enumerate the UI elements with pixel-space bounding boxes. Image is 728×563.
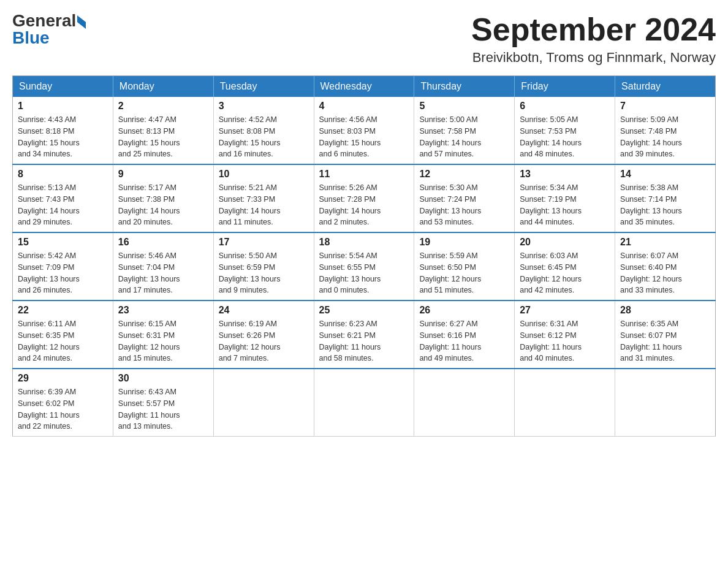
day-info: Sunrise: 6:07 AMSunset: 6:40 PMDaylight:… — [620, 250, 710, 296]
day-info: Sunrise: 5:50 AMSunset: 6:59 PMDaylight:… — [219, 250, 309, 296]
day-info: Sunrise: 6:35 AMSunset: 6:07 PMDaylight:… — [620, 318, 710, 364]
logo-blue-text: Blue — [12, 29, 50, 47]
day-info: Sunrise: 6:19 AMSunset: 6:26 PMDaylight:… — [219, 318, 309, 364]
day-info: Sunrise: 5:05 AMSunset: 7:53 PMDaylight:… — [520, 114, 610, 160]
header-tuesday: Tuesday — [213, 76, 314, 98]
day-info: Sunrise: 5:42 AMSunset: 7:09 PMDaylight:… — [18, 250, 108, 296]
header-friday: Friday — [515, 76, 615, 98]
calendar-week-row: 8Sunrise: 5:13 AMSunset: 7:43 PMDaylight… — [13, 164, 716, 232]
calendar-week-row: 22Sunrise: 6:11 AMSunset: 6:35 PMDayligh… — [13, 301, 716, 369]
table-row: 9Sunrise: 5:17 AMSunset: 7:38 PMDaylight… — [113, 164, 213, 232]
day-number: 23 — [118, 305, 208, 316]
table-row: 20Sunrise: 6:03 AMSunset: 6:45 PMDayligh… — [515, 232, 615, 301]
day-info: Sunrise: 5:34 AMSunset: 7:19 PMDaylight:… — [520, 182, 610, 228]
table-row: 17Sunrise: 5:50 AMSunset: 6:59 PMDayligh… — [213, 232, 314, 301]
table-row — [615, 369, 716, 437]
day-info: Sunrise: 6:39 AMSunset: 6:02 PMDaylight:… — [18, 386, 108, 432]
day-info: Sunrise: 4:47 AMSunset: 8:13 PMDaylight:… — [118, 114, 208, 160]
day-number: 9 — [118, 169, 208, 180]
day-number: 15 — [18, 237, 108, 248]
table-row: 19Sunrise: 5:59 AMSunset: 6:50 PMDayligh… — [414, 232, 515, 301]
header-monday: Monday — [113, 76, 213, 98]
table-row: 2Sunrise: 4:47 AMSunset: 8:13 PMDaylight… — [113, 97, 213, 164]
table-row — [314, 369, 414, 437]
day-number: 29 — [18, 373, 108, 384]
table-row: 14Sunrise: 5:38 AMSunset: 7:14 PMDayligh… — [615, 164, 716, 232]
day-number: 16 — [118, 237, 208, 248]
table-row: 1Sunrise: 4:43 AMSunset: 8:18 PMDaylight… — [13, 97, 113, 164]
title-area: September 2024 Breivikbotn, Troms og Fin… — [471, 12, 716, 66]
day-number: 26 — [419, 305, 509, 316]
day-info: Sunrise: 6:43 AMSunset: 5:57 PMDaylight:… — [118, 386, 208, 432]
table-row: 12Sunrise: 5:30 AMSunset: 7:24 PMDayligh… — [414, 164, 515, 232]
day-number: 13 — [520, 169, 610, 180]
day-info: Sunrise: 6:15 AMSunset: 6:31 PMDaylight:… — [118, 318, 208, 364]
logo: General Blue — [12, 12, 86, 47]
day-info: Sunrise: 5:59 AMSunset: 6:50 PMDaylight:… — [419, 250, 509, 296]
day-number: 14 — [620, 169, 710, 180]
day-number: 10 — [219, 169, 309, 180]
header-thursday: Thursday — [414, 76, 515, 98]
page-header: General Blue September 2024 Breivikbotn,… — [12, 12, 716, 66]
day-info: Sunrise: 6:31 AMSunset: 6:12 PMDaylight:… — [520, 318, 610, 364]
calendar-week-row: 29Sunrise: 6:39 AMSunset: 6:02 PMDayligh… — [13, 369, 716, 437]
day-info: Sunrise: 4:52 AMSunset: 8:08 PMDaylight:… — [219, 114, 309, 160]
location-subtitle: Breivikbotn, Troms og Finnmark, Norway — [471, 50, 716, 66]
table-row: 21Sunrise: 6:07 AMSunset: 6:40 PMDayligh… — [615, 232, 716, 301]
header-sunday: Sunday — [13, 76, 113, 98]
day-number: 17 — [219, 237, 309, 248]
day-info: Sunrise: 5:21 AMSunset: 7:33 PMDaylight:… — [219, 182, 309, 228]
day-number: 28 — [620, 305, 710, 316]
day-info: Sunrise: 5:38 AMSunset: 7:14 PMDaylight:… — [620, 182, 710, 228]
day-number: 7 — [620, 101, 710, 112]
table-row: 28Sunrise: 6:35 AMSunset: 6:07 PMDayligh… — [615, 301, 716, 369]
table-row: 16Sunrise: 5:46 AMSunset: 7:04 PMDayligh… — [113, 232, 213, 301]
table-row: 30Sunrise: 6:43 AMSunset: 5:57 PMDayligh… — [113, 369, 213, 437]
header-wednesday: Wednesday — [314, 76, 414, 98]
day-number: 12 — [419, 169, 509, 180]
table-row: 3Sunrise: 4:52 AMSunset: 8:08 PMDaylight… — [213, 97, 314, 164]
day-info: Sunrise: 6:03 AMSunset: 6:45 PMDaylight:… — [520, 250, 610, 296]
day-info: Sunrise: 4:56 AMSunset: 8:03 PMDaylight:… — [319, 114, 409, 160]
day-info: Sunrise: 5:13 AMSunset: 7:43 PMDaylight:… — [18, 182, 108, 228]
day-info: Sunrise: 5:46 AMSunset: 7:04 PMDaylight:… — [118, 250, 208, 296]
header-saturday: Saturday — [615, 76, 716, 98]
day-number: 11 — [319, 169, 409, 180]
table-row: 24Sunrise: 6:19 AMSunset: 6:26 PMDayligh… — [213, 301, 314, 369]
day-number: 8 — [18, 169, 108, 180]
table-row: 11Sunrise: 5:26 AMSunset: 7:28 PMDayligh… — [314, 164, 414, 232]
logo-general-text: General — [12, 12, 76, 29]
table-row: 29Sunrise: 6:39 AMSunset: 6:02 PMDayligh… — [13, 369, 113, 437]
weekday-header-row: Sunday Monday Tuesday Wednesday Thursday… — [13, 76, 716, 98]
table-row — [414, 369, 515, 437]
day-number: 6 — [520, 101, 610, 112]
day-info: Sunrise: 6:27 AMSunset: 6:16 PMDaylight:… — [419, 318, 509, 364]
table-row: 26Sunrise: 6:27 AMSunset: 6:16 PMDayligh… — [414, 301, 515, 369]
day-number: 1 — [18, 101, 108, 112]
table-row: 8Sunrise: 5:13 AMSunset: 7:43 PMDaylight… — [13, 164, 113, 232]
table-row: 5Sunrise: 5:00 AMSunset: 7:58 PMDaylight… — [414, 97, 515, 164]
table-row: 10Sunrise: 5:21 AMSunset: 7:33 PMDayligh… — [213, 164, 314, 232]
day-number: 25 — [319, 305, 409, 316]
day-info: Sunrise: 5:26 AMSunset: 7:28 PMDaylight:… — [319, 182, 409, 228]
day-info: Sunrise: 5:09 AMSunset: 7:48 PMDaylight:… — [620, 114, 710, 160]
month-title: September 2024 — [471, 12, 716, 47]
day-number: 27 — [520, 305, 610, 316]
table-row: 25Sunrise: 6:23 AMSunset: 6:21 PMDayligh… — [314, 301, 414, 369]
table-row: 6Sunrise: 5:05 AMSunset: 7:53 PMDaylight… — [515, 97, 615, 164]
table-row: 18Sunrise: 5:54 AMSunset: 6:55 PMDayligh… — [314, 232, 414, 301]
day-number: 21 — [620, 237, 710, 248]
table-row: 7Sunrise: 5:09 AMSunset: 7:48 PMDaylight… — [615, 97, 716, 164]
table-row: 27Sunrise: 6:31 AMSunset: 6:12 PMDayligh… — [515, 301, 615, 369]
day-number: 24 — [219, 305, 309, 316]
day-info: Sunrise: 4:43 AMSunset: 8:18 PMDaylight:… — [18, 114, 108, 160]
table-row: 4Sunrise: 4:56 AMSunset: 8:03 PMDaylight… — [314, 97, 414, 164]
day-info: Sunrise: 5:30 AMSunset: 7:24 PMDaylight:… — [419, 182, 509, 228]
day-number: 5 — [419, 101, 509, 112]
day-info: Sunrise: 5:00 AMSunset: 7:58 PMDaylight:… — [419, 114, 509, 160]
calendar-week-row: 15Sunrise: 5:42 AMSunset: 7:09 PMDayligh… — [13, 232, 716, 301]
table-row — [213, 369, 314, 437]
table-row: 22Sunrise: 6:11 AMSunset: 6:35 PMDayligh… — [13, 301, 113, 369]
table-row — [515, 369, 615, 437]
day-number: 3 — [219, 101, 309, 112]
